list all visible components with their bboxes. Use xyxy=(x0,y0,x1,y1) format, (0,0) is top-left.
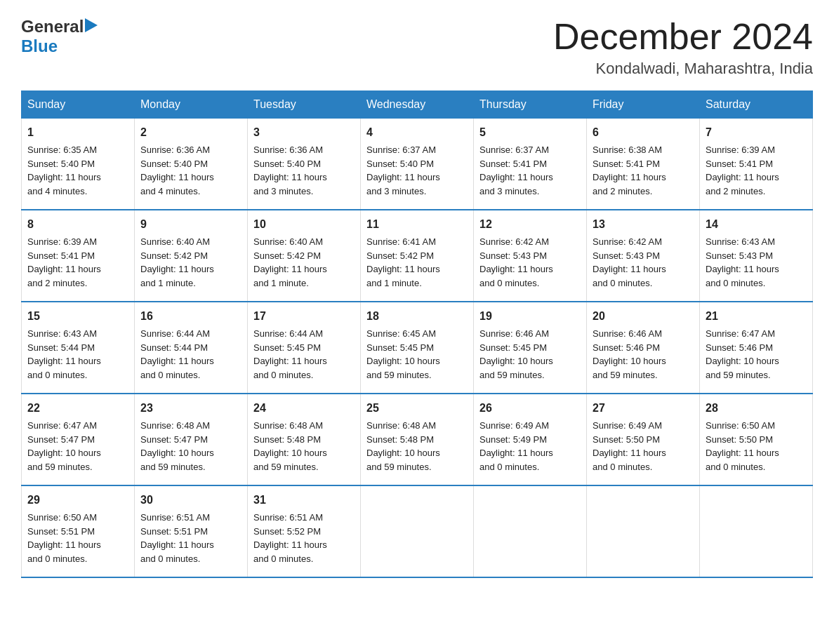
day-number: 28 xyxy=(706,400,807,417)
calendar-cell: 18Sunrise: 6:45 AMSunset: 5:45 PMDayligh… xyxy=(361,302,474,394)
calendar-cell xyxy=(361,485,474,577)
day-number: 23 xyxy=(140,400,241,417)
cell-info: Sunrise: 6:49 AMSunset: 5:50 PMDaylight:… xyxy=(593,419,694,474)
cell-info: Sunrise: 6:48 AMSunset: 5:48 PMDaylight:… xyxy=(366,419,468,474)
calendar-cell: 31Sunrise: 6:51 AMSunset: 5:52 PMDayligh… xyxy=(248,485,361,577)
cell-info: Sunrise: 6:48 AMSunset: 5:47 PMDaylight:… xyxy=(140,419,241,474)
day-number: 1 xyxy=(27,124,128,141)
cell-info: Sunrise: 6:45 AMSunset: 5:45 PMDaylight:… xyxy=(366,327,468,382)
calendar-cell: 4Sunrise: 6:37 AMSunset: 5:40 PMDaylight… xyxy=(361,119,474,210)
day-number: 2 xyxy=(140,124,241,141)
day-number: 25 xyxy=(366,400,468,417)
cell-info: Sunrise: 6:36 AMSunset: 5:40 PMDaylight:… xyxy=(253,143,355,198)
calendar-cell: 13Sunrise: 6:42 AMSunset: 5:43 PMDayligh… xyxy=(587,210,700,302)
day-number: 29 xyxy=(27,492,128,509)
calendar-cell: 7Sunrise: 6:39 AMSunset: 5:41 PMDaylight… xyxy=(700,119,813,210)
week-row-1: 1Sunrise: 6:35 AMSunset: 5:40 PMDaylight… xyxy=(22,119,813,210)
calendar-subtitle: Kondalwadi, Maharashtra, India xyxy=(553,60,813,78)
day-number: 19 xyxy=(479,308,581,325)
day-number: 26 xyxy=(479,400,581,417)
calendar-cell: 26Sunrise: 6:49 AMSunset: 5:49 PMDayligh… xyxy=(474,394,587,485)
cell-info: Sunrise: 6:42 AMSunset: 5:43 PMDaylight:… xyxy=(593,235,694,290)
calendar-cell: 19Sunrise: 6:46 AMSunset: 5:45 PMDayligh… xyxy=(474,302,587,394)
day-number: 27 xyxy=(593,400,694,417)
day-number: 14 xyxy=(706,216,807,233)
day-number: 30 xyxy=(140,492,241,509)
cell-info: Sunrise: 6:40 AMSunset: 5:42 PMDaylight:… xyxy=(253,235,355,290)
logo-general: General xyxy=(21,17,84,36)
day-number: 5 xyxy=(479,124,581,141)
day-number: 9 xyxy=(140,216,241,233)
week-row-3: 15Sunrise: 6:43 AMSunset: 5:44 PMDayligh… xyxy=(22,302,813,394)
cell-info: Sunrise: 6:50 AMSunset: 5:50 PMDaylight:… xyxy=(706,419,807,474)
calendar-cell: 2Sunrise: 6:36 AMSunset: 5:40 PMDaylight… xyxy=(135,119,248,210)
cell-info: Sunrise: 6:46 AMSunset: 5:46 PMDaylight:… xyxy=(593,327,694,382)
calendar-cell: 16Sunrise: 6:44 AMSunset: 5:44 PMDayligh… xyxy=(135,302,248,394)
day-number: 22 xyxy=(27,400,128,417)
day-number: 15 xyxy=(27,308,128,325)
cell-info: Sunrise: 6:38 AMSunset: 5:41 PMDaylight:… xyxy=(593,143,694,198)
week-row-4: 22Sunrise: 6:47 AMSunset: 5:47 PMDayligh… xyxy=(22,394,813,485)
day-number: 7 xyxy=(706,124,807,141)
calendar-cell: 11Sunrise: 6:41 AMSunset: 5:42 PMDayligh… xyxy=(361,210,474,302)
cell-info: Sunrise: 6:47 AMSunset: 5:46 PMDaylight:… xyxy=(706,327,807,382)
logo-triangle-icon xyxy=(85,18,98,32)
header-friday: Friday xyxy=(587,91,700,119)
week-row-2: 8Sunrise: 6:39 AMSunset: 5:41 PMDaylight… xyxy=(22,210,813,302)
calendar-cell: 3Sunrise: 6:36 AMSunset: 5:40 PMDaylight… xyxy=(248,119,361,210)
logo-blue: Blue xyxy=(21,36,58,55)
header-monday: Monday xyxy=(135,91,248,119)
calendar-cell: 9Sunrise: 6:40 AMSunset: 5:42 PMDaylight… xyxy=(135,210,248,302)
calendar-cell: 5Sunrise: 6:37 AMSunset: 5:41 PMDaylight… xyxy=(474,119,587,210)
svg-marker-0 xyxy=(85,18,98,32)
day-number: 3 xyxy=(253,124,355,141)
calendar-title-block: December 2024 Kondalwadi, Maharashtra, I… xyxy=(553,17,813,78)
day-number: 24 xyxy=(253,400,355,417)
day-number: 21 xyxy=(706,308,807,325)
day-number: 17 xyxy=(253,308,355,325)
calendar-header: SundayMondayTuesdayWednesdayThursdayFrid… xyxy=(22,91,813,119)
cell-info: Sunrise: 6:43 AMSunset: 5:43 PMDaylight:… xyxy=(706,235,807,290)
cell-info: Sunrise: 6:36 AMSunset: 5:40 PMDaylight:… xyxy=(140,143,241,198)
cell-info: Sunrise: 6:40 AMSunset: 5:42 PMDaylight:… xyxy=(140,235,241,290)
cell-info: Sunrise: 6:49 AMSunset: 5:49 PMDaylight:… xyxy=(479,419,581,474)
cell-info: Sunrise: 6:48 AMSunset: 5:48 PMDaylight:… xyxy=(253,419,355,474)
logo: General Blue xyxy=(21,17,98,56)
calendar-cell xyxy=(700,485,813,577)
calendar-cell: 1Sunrise: 6:35 AMSunset: 5:40 PMDaylight… xyxy=(22,119,135,210)
calendar-cell: 10Sunrise: 6:40 AMSunset: 5:42 PMDayligh… xyxy=(248,210,361,302)
cell-info: Sunrise: 6:39 AMSunset: 5:41 PMDaylight:… xyxy=(706,143,807,198)
day-number: 6 xyxy=(593,124,694,141)
calendar-cell: 8Sunrise: 6:39 AMSunset: 5:41 PMDaylight… xyxy=(22,210,135,302)
cell-info: Sunrise: 6:44 AMSunset: 5:44 PMDaylight:… xyxy=(140,327,241,382)
cell-info: Sunrise: 6:37 AMSunset: 5:41 PMDaylight:… xyxy=(479,143,581,198)
cell-info: Sunrise: 6:51 AMSunset: 5:51 PMDaylight:… xyxy=(140,511,241,565)
calendar-cell: 23Sunrise: 6:48 AMSunset: 5:47 PMDayligh… xyxy=(135,394,248,485)
day-number: 11 xyxy=(366,216,468,233)
calendar-cell: 12Sunrise: 6:42 AMSunset: 5:43 PMDayligh… xyxy=(474,210,587,302)
calendar-cell xyxy=(587,485,700,577)
cell-info: Sunrise: 6:44 AMSunset: 5:45 PMDaylight:… xyxy=(253,327,355,382)
day-number: 18 xyxy=(366,308,468,325)
calendar-cell: 15Sunrise: 6:43 AMSunset: 5:44 PMDayligh… xyxy=(22,302,135,394)
calendar-cell xyxy=(474,485,587,577)
cell-info: Sunrise: 6:42 AMSunset: 5:43 PMDaylight:… xyxy=(479,235,581,290)
cell-info: Sunrise: 6:37 AMSunset: 5:40 PMDaylight:… xyxy=(366,143,468,198)
calendar-cell: 29Sunrise: 6:50 AMSunset: 5:51 PMDayligh… xyxy=(22,485,135,577)
day-number: 8 xyxy=(27,216,128,233)
day-number: 31 xyxy=(253,492,355,509)
cell-info: Sunrise: 6:47 AMSunset: 5:47 PMDaylight:… xyxy=(27,419,128,474)
calendar-cell: 21Sunrise: 6:47 AMSunset: 5:46 PMDayligh… xyxy=(700,302,813,394)
cell-info: Sunrise: 6:50 AMSunset: 5:51 PMDaylight:… xyxy=(27,511,128,565)
cell-info: Sunrise: 6:39 AMSunset: 5:41 PMDaylight:… xyxy=(27,235,128,290)
header-tuesday: Tuesday xyxy=(248,91,361,119)
calendar-cell: 22Sunrise: 6:47 AMSunset: 5:47 PMDayligh… xyxy=(22,394,135,485)
cell-info: Sunrise: 6:46 AMSunset: 5:45 PMDaylight:… xyxy=(479,327,581,382)
cell-info: Sunrise: 6:41 AMSunset: 5:42 PMDaylight:… xyxy=(366,235,468,290)
calendar-title: December 2024 xyxy=(553,17,813,57)
calendar-cell: 24Sunrise: 6:48 AMSunset: 5:48 PMDayligh… xyxy=(248,394,361,485)
day-number: 20 xyxy=(593,308,694,325)
calendar-cell: 30Sunrise: 6:51 AMSunset: 5:51 PMDayligh… xyxy=(135,485,248,577)
page-header: General Blue December 2024 Kondalwadi, M… xyxy=(21,17,813,78)
calendar-table: SundayMondayTuesdayWednesdayThursdayFrid… xyxy=(21,90,813,578)
